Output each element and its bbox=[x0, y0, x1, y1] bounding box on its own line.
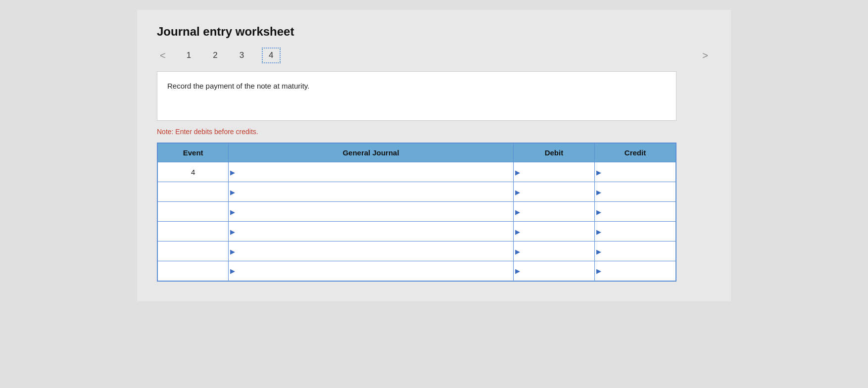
col-header-event: Event bbox=[157, 143, 229, 162]
table-row: 4▶▶▶ bbox=[157, 162, 676, 182]
arrow-journal-1: ▶ bbox=[230, 188, 235, 195]
cell-credit-3[interactable]: ▶ bbox=[595, 222, 676, 242]
prev-arrow[interactable]: < bbox=[157, 49, 169, 62]
cell-credit-0[interactable]: ▶ bbox=[595, 162, 676, 182]
arrow-journal-3: ▶ bbox=[230, 228, 235, 235]
cell-event-4[interactable] bbox=[157, 242, 229, 261]
arrow-debit-5: ▶ bbox=[515, 267, 520, 275]
arrow-debit-0: ▶ bbox=[515, 168, 520, 176]
nav-row: < 1 2 3 4 > bbox=[157, 48, 711, 63]
nav-item-2[interactable]: 2 bbox=[209, 48, 221, 62]
cell-debit-5[interactable]: ▶ bbox=[513, 261, 594, 281]
col-header-general-journal: General Journal bbox=[229, 143, 513, 162]
cell-journal-3[interactable]: ▶ bbox=[229, 222, 513, 242]
cell-event-0[interactable]: 4 bbox=[157, 162, 229, 182]
arrow-debit-2: ▶ bbox=[515, 208, 520, 215]
arrow-journal-5: ▶ bbox=[230, 267, 235, 275]
cell-credit-4[interactable]: ▶ bbox=[595, 242, 676, 261]
description-text: Record the payment of the note at maturi… bbox=[167, 82, 309, 90]
cell-debit-0[interactable]: ▶ bbox=[513, 162, 594, 182]
arrow-debit-3: ▶ bbox=[515, 228, 520, 235]
cell-debit-1[interactable]: ▶ bbox=[513, 182, 594, 202]
next-arrow[interactable]: > bbox=[699, 49, 711, 62]
arrow-journal-2: ▶ bbox=[230, 208, 235, 215]
arrow-journal-4: ▶ bbox=[230, 247, 235, 255]
arrow-journal-0: ▶ bbox=[230, 168, 235, 176]
cell-debit-3[interactable]: ▶ bbox=[513, 222, 594, 242]
table-row: ▶▶▶ bbox=[157, 202, 676, 222]
cell-journal-4[interactable]: ▶ bbox=[229, 242, 513, 261]
cell-credit-2[interactable]: ▶ bbox=[595, 202, 676, 222]
note-text: Note: Enter debits before credits. bbox=[157, 128, 711, 136]
arrow-debit-1: ▶ bbox=[515, 188, 520, 195]
nav-item-3[interactable]: 3 bbox=[236, 48, 248, 62]
arrow-credit-2: ▶ bbox=[596, 208, 601, 215]
arrow-credit-1: ▶ bbox=[596, 188, 601, 195]
description-box: Record the payment of the note at maturi… bbox=[157, 71, 676, 121]
col-header-credit: Credit bbox=[595, 143, 676, 162]
arrow-debit-4: ▶ bbox=[515, 247, 520, 255]
cell-journal-5[interactable]: ▶ bbox=[229, 261, 513, 281]
cell-credit-5[interactable]: ▶ bbox=[595, 261, 676, 281]
cell-credit-1[interactable]: ▶ bbox=[595, 182, 676, 202]
arrow-credit-4: ▶ bbox=[596, 247, 601, 255]
journal-table: Event General Journal Debit Credit 4▶▶▶▶… bbox=[157, 143, 676, 282]
cell-event-5[interactable] bbox=[157, 261, 229, 281]
nav-item-4[interactable]: 4 bbox=[262, 48, 280, 63]
cell-event-3[interactable] bbox=[157, 222, 229, 242]
col-header-debit: Debit bbox=[513, 143, 594, 162]
page-title: Journal entry worksheet bbox=[157, 25, 711, 39]
cell-event-1[interactable] bbox=[157, 182, 229, 202]
table-row: ▶▶▶ bbox=[157, 261, 676, 281]
cell-journal-2[interactable]: ▶ bbox=[229, 202, 513, 222]
arrow-credit-3: ▶ bbox=[596, 228, 601, 235]
table-row: ▶▶▶ bbox=[157, 242, 676, 261]
cell-event-2[interactable] bbox=[157, 202, 229, 222]
arrow-credit-5: ▶ bbox=[596, 267, 601, 275]
cell-journal-1[interactable]: ▶ bbox=[229, 182, 513, 202]
cell-debit-2[interactable]: ▶ bbox=[513, 202, 594, 222]
table-row: ▶▶▶ bbox=[157, 222, 676, 242]
arrow-credit-0: ▶ bbox=[596, 168, 601, 176]
cell-debit-4[interactable]: ▶ bbox=[513, 242, 594, 261]
table-row: ▶▶▶ bbox=[157, 182, 676, 202]
page-container: Journal entry worksheet < 1 2 3 4 > Reco… bbox=[137, 10, 731, 301]
cell-journal-0[interactable]: ▶ bbox=[229, 162, 513, 182]
nav-item-1[interactable]: 1 bbox=[183, 48, 195, 62]
